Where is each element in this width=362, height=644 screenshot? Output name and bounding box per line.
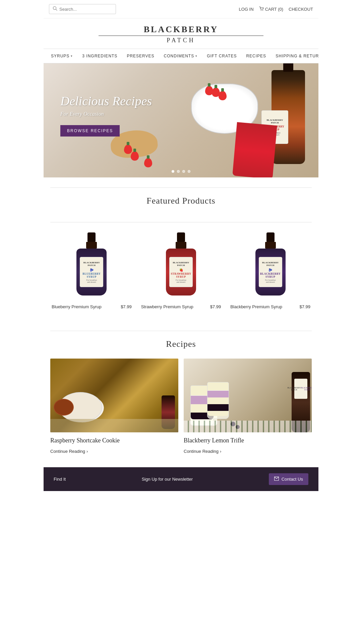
cloth-decoration [50, 419, 178, 432]
recipes-section: Recipes Raspberry Shortcake Cookie Conti… [44, 331, 318, 464]
bottle-cap [87, 232, 96, 242]
recipe-card-raspberry[interactable]: Raspberry Shortcake Cookie Continue Read… [50, 359, 178, 454]
recipe-image-trifle: BLACKBERRYPATCHBLACKBERRYSYRUP [184, 359, 312, 432]
hero-text-area: Delicious Recipes For Every Occasion BRO… [60, 94, 152, 137]
recipes-section-title: Recipes [44, 331, 318, 355]
product-info-blackberry: Blackberry Premium Syrup $7.99 [229, 304, 312, 311]
top-bar: LOG IN CART (0) CHECKOUT [44, 0, 318, 18]
product-card-blueberry[interactable]: BLACKBERRYPATCH 🫐 BLUEBERRYSYRUP For bre… [50, 229, 133, 311]
hero-subtitle: For Every Occasion [60, 111, 152, 117]
main-nav: SYRUPS ▾ 3 INGREDIENTS PRESERVES CONDIME… [44, 49, 318, 63]
hero-dot-4[interactable] [188, 170, 190, 173]
strawberry-decoration [219, 91, 227, 100]
bottle-neck [176, 242, 186, 249]
fabric-decoration [232, 122, 277, 177]
svg-point-2 [261, 10, 261, 11]
envelope-icon [274, 477, 279, 482]
hero-dots [172, 170, 190, 173]
berry-bowl [54, 399, 74, 416]
product-price: $7.99 [299, 304, 310, 309]
bottle-body: BLACKBERRYPATCH 🫐 BLUEBERRYSYRUP For bre… [76, 249, 107, 296]
syrup-bottle-blueberry: BLACKBERRYPATCH 🫐 BLUEBERRYSYRUP For bre… [75, 232, 108, 300]
logo-line2: PATCH [44, 37, 318, 44]
napkin-decoration [184, 421, 312, 432]
svg-point-3 [262, 10, 263, 11]
continue-reading-raspberry[interactable]: Continue Reading › [50, 449, 178, 454]
product-name: Blueberry Premium Syrup [52, 304, 102, 309]
bottle-cap [177, 232, 185, 242]
product-image-blueberry: BLACKBERRYPATCH 🫐 BLUEBERRYSYRUP For bre… [65, 229, 118, 300]
contact-us-button[interactable]: Contact Us [269, 473, 308, 485]
cart-icon [259, 6, 264, 12]
top-nav-right: LOG IN CART (0) CHECKOUT [239, 6, 313, 12]
nav-item-3-ingredients[interactable]: 3 INGREDIENTS [77, 49, 122, 63]
bottle-label: BLACKBERRYPATCH 🫐 BLUEBERRYSYRUP For bre… [80, 257, 103, 287]
arrow-icon: › [86, 449, 88, 454]
hero-bottle: BLACKBERRYPATCH STRAWBERRYSYRUP For brea… [272, 70, 305, 164]
nav-item-syrups[interactable]: SYRUPS ▾ [46, 49, 77, 63]
product-info-strawberry: Strawberry Premium Syrup $7.99 [140, 304, 223, 311]
search-box[interactable] [49, 4, 116, 14]
search-input[interactable] [59, 7, 113, 12]
strawberry-decoration [131, 151, 139, 161]
featured-products-section: Featured Products BLACKBERRYPATCH 🫐 BLUE… [44, 188, 318, 321]
nav-item-condiments[interactable]: CONDIMENTS ▾ [159, 49, 202, 63]
strawberry-decoration [144, 158, 152, 167]
login-link[interactable]: LOG IN [239, 7, 254, 12]
chevron-down-icon: ▾ [195, 54, 197, 58]
recipe-title-raspberry: Raspberry Shortcake Cookie [50, 437, 178, 444]
featured-products-title: Featured Products [44, 188, 318, 212]
strawberry-decoration [124, 145, 132, 154]
nav-item-preserves[interactable]: PRESERVES [122, 49, 159, 63]
product-image-blackberry: BLACKBERRYPATCH 🫐 BLACKBERRYSYRUP For br… [244, 229, 297, 300]
cart-button[interactable]: CART (0) [259, 6, 283, 12]
continue-reading-trifle[interactable]: Continue Reading › [184, 449, 312, 454]
product-card-blackberry[interactable]: BLACKBERRYPATCH 🫐 BLACKBERRYSYRUP For br… [229, 229, 312, 311]
logo-area: BLACKBERRY PATCH [44, 18, 318, 49]
hero-dot-3[interactable] [182, 170, 185, 173]
products-grid: BLACKBERRYPATCH 🫐 BLUEBERRYSYRUP For bre… [44, 226, 318, 321]
checkout-link[interactable]: CHECKOUT [289, 7, 313, 12]
hero-dot-2[interactable] [177, 170, 180, 173]
product-price: $7.99 [210, 304, 221, 309]
bottle-body: BLACKBERRYPATCH 🫐 BLACKBERRYSYRUP For br… [255, 249, 286, 296]
product-name: Strawberry Premium Syrup [141, 304, 193, 309]
hero-title: Delicious Recipes [60, 94, 152, 108]
bottle-body: BLACKBERRYPATCH 🍓 STRAWBERRYSYRUP For br… [166, 249, 196, 296]
recipe-photo-raspberry [50, 359, 178, 432]
svg-line-1 [56, 9, 57, 11]
product-name: Blackberry Premium Syrup [230, 304, 282, 309]
search-icon [53, 6, 57, 12]
recipe-image-raspberry [50, 359, 178, 432]
hero-banner: BLACKBERRYPATCH STRAWBERRYSYRUP For brea… [44, 63, 318, 177]
product-card-strawberry[interactable]: BLACKBERRYPATCH 🍓 STRAWBERRYSYRUP For br… [140, 229, 223, 311]
syrup-bottle-strawberry: BLACKBERRYPATCH 🍓 STRAWBERRYSYRUP For br… [164, 232, 198, 300]
section-divider [50, 222, 312, 222]
footer-newsletter[interactable]: Sign Up for our Newsletter [142, 477, 193, 482]
trifle-glass-2 [207, 382, 229, 419]
contact-us-label: Contact Us [282, 477, 303, 482]
footer-find-it[interactable]: Find It [54, 477, 66, 482]
recipe-photo-trifle: BLACKBERRYPATCHBLACKBERRYSYRUP [184, 359, 312, 432]
nav-item-shipping[interactable]: SHIPPING & RETURNS [271, 49, 318, 63]
product-image-strawberry: BLACKBERRYPATCH 🍓 STRAWBERRYSYRUP For br… [154, 229, 208, 300]
browse-recipes-button[interactable]: BROWSE RECIPES [60, 125, 120, 137]
footer: Find It Sign Up for our Newsletter Conta… [44, 467, 318, 491]
recipe-card-blackberry-trifle[interactable]: BLACKBERRYPATCHBLACKBERRYSYRUP Blackberr… [184, 359, 312, 454]
syrup-bottle-blackberry: BLACKBERRYPATCH 🫐 BLACKBERRYSYRUP For br… [254, 232, 287, 300]
product-price: $7.99 [121, 304, 132, 309]
chevron-down-icon: ▾ [71, 54, 73, 58]
bottle-cap [266, 232, 275, 242]
bottle-neck [265, 242, 276, 249]
cart-label: CART (0) [265, 7, 283, 12]
nav-item-gift-crates[interactable]: GIFT CRATES [202, 49, 241, 63]
bottle-label: BLACKBERRYPATCH 🫐 BLACKBERRYSYRUP For br… [259, 257, 282, 287]
hero-dot-1[interactable] [172, 170, 174, 173]
bottle-label: BLACKBERRYPATCH 🍓 STRAWBERRYSYRUP For br… [169, 257, 193, 287]
recipes-grid: Raspberry Shortcake Cookie Continue Read… [44, 355, 318, 454]
arrow-icon: › [220, 449, 221, 454]
nav-item-recipes[interactable]: RECIPES [241, 49, 271, 63]
strawberry-decoration [205, 86, 213, 95]
product-info-blueberry: Blueberry Premium Syrup $7.99 [50, 304, 133, 311]
bottle-neck [86, 242, 97, 249]
